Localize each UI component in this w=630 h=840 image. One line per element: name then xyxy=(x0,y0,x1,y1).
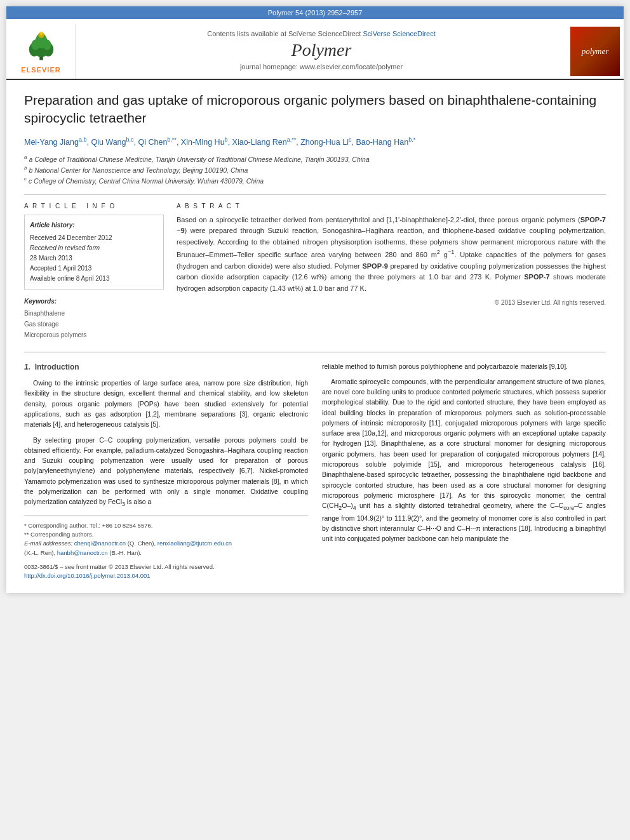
received-revised-label: Received in revised form xyxy=(30,243,158,253)
svg-point-8 xyxy=(40,32,43,36)
article-info-abstract-section: A R T I C L E I N F O Article history: R… xyxy=(24,194,606,340)
author-zhong-hua: Zhong-Hua Li xyxy=(300,138,349,147)
affiliation-a: a a College of Traditional Chinese Medic… xyxy=(24,154,606,164)
doi-line: http://dx.doi.org/10.1016/j.polymer.2013… xyxy=(24,571,308,580)
body-content: 1. Introduction Owing to the intrinsic p… xyxy=(24,361,606,581)
journal-volume-bar: Polymer 54 (2013) 2952–2957 xyxy=(6,6,624,19)
author-bao-hang: Bao-Hang Han xyxy=(356,138,408,147)
footnote-star: * Corresponding author. Tel.: +86 10 825… xyxy=(24,521,308,530)
authors-line: Mei-Yang Jianga,b, Qiu Wangb,c, Qi Chenb… xyxy=(24,135,606,149)
left-column: A R T I C L E I N F O Article history: R… xyxy=(24,203,164,340)
author-qi-chen: Qi Chen xyxy=(138,138,168,147)
elsevier-tree-icon xyxy=(22,29,60,64)
footnote-doublestar: ** Corresponding authors. xyxy=(24,530,308,539)
received-date: Received 24 December 2012 xyxy=(30,233,158,243)
journal-homepage-line: journal homepage: www.elsevier.com/locat… xyxy=(240,63,403,70)
author-qiu-wang: Qiu Wang xyxy=(91,138,126,147)
accepted-date: Accepted 1 April 2013 xyxy=(30,263,158,274)
copyright-line: © 2013 Elsevier Ltd. All rights reserved… xyxy=(177,299,606,306)
elsevier-logo-section: ELSEVIER xyxy=(6,24,76,79)
svg-point-6 xyxy=(43,40,51,51)
body-left-column: 1. Introduction Owing to the intrinsic p… xyxy=(24,361,308,581)
journal-center-info: Contents lists available at SciVerse Sci… xyxy=(76,24,566,79)
article-info-heading: A R T I C L E I N F O xyxy=(24,203,164,210)
available-online: Available online 8 April 2013 xyxy=(30,274,158,284)
keywords-title: Keywords: xyxy=(24,296,164,307)
article-title: Preparation and gas uptake of microporou… xyxy=(24,91,606,128)
main-content: Preparation and gas uptake of microporou… xyxy=(6,80,624,593)
abstract-heading: A B S T R A C T xyxy=(177,203,606,210)
footnotes: * Corresponding author. Tel.: +86 10 825… xyxy=(24,516,308,581)
right-para-1: reliable method to furnish porous polyth… xyxy=(322,361,606,371)
polymer-logo-right: polymer xyxy=(566,24,624,79)
keyword-1: Binaphthalene xyxy=(24,308,164,319)
email-link-han[interactable]: hanbh@nanoctr.cn xyxy=(57,549,108,556)
affiliation-c: c c College of Chemistry, Central China … xyxy=(24,175,606,186)
affiliations: a a College of Traditional Chinese Medic… xyxy=(24,154,606,187)
sciverse-link[interactable]: SciVerse ScienceDirect xyxy=(363,30,435,37)
author-xin-ming: Xin-Ming Hu xyxy=(181,138,225,147)
author-xiao-liang: Xiao-Liang Ren xyxy=(232,138,287,147)
author-mei-yang: Mei-Yang Jiang xyxy=(24,138,79,147)
issn-line: 0032-3861/$ – see front matter © 2013 El… xyxy=(24,563,308,571)
keywords-box: Keywords: Binaphthalene Gas storage Micr… xyxy=(24,296,164,340)
received-revised-date: 28 March 2013 xyxy=(30,253,158,263)
article-history-title: Article history: xyxy=(30,220,158,230)
journal-volume-text: Polymer 54 (2013) 2952–2957 xyxy=(268,9,363,17)
journal-name-display: Polymer xyxy=(292,40,352,60)
affiliation-b: b b National Center for Nanoscience and … xyxy=(24,164,606,175)
body-right-column: reliable method to furnish porous polyth… xyxy=(322,361,606,581)
article-history-box: Article history: Received 24 December 20… xyxy=(24,215,164,290)
right-para-2: Aromatic spirocyclic compounds, with the… xyxy=(322,377,606,544)
right-column: A B S T R A C T Based on a spirocyclic t… xyxy=(177,203,606,340)
intro-para-2: By selecting proper C–C coupling polymer… xyxy=(24,435,308,509)
intro-section-title: 1. Introduction xyxy=(24,361,308,373)
page: Polymer 54 (2013) 2952–2957 ELSEVIER xyxy=(6,6,624,593)
footnote-email: E-mail addresses: chenqi@nanoctr.cn (Q. … xyxy=(24,539,308,557)
email-link-chen[interactable]: chenqi@nanoctr.cn xyxy=(74,540,126,547)
journal-header: ELSEVIER Contents lists available at Sci… xyxy=(6,19,624,80)
sciverse-line: Contents lists available at SciVerse Sci… xyxy=(207,30,436,37)
elsevier-label: ELSEVIER xyxy=(21,66,60,74)
email-link-ren[interactable]: renxiaoliang@tjutcm.edu.cn xyxy=(158,540,232,547)
doi-link[interactable]: http://dx.doi.org/10.1016/j.polymer.2013… xyxy=(24,572,151,579)
keyword-2: Gas storage xyxy=(24,319,164,330)
section-divider xyxy=(24,352,606,352)
intro-para-1: Owing to the intrinsic properties of lar… xyxy=(24,378,308,429)
polymer-logo-box: polymer xyxy=(570,27,620,76)
svg-point-5 xyxy=(31,40,39,51)
keyword-3: Microporous polymers xyxy=(24,330,164,340)
abstract-body: Based on a spirocyclic tetraether derive… xyxy=(177,215,606,295)
